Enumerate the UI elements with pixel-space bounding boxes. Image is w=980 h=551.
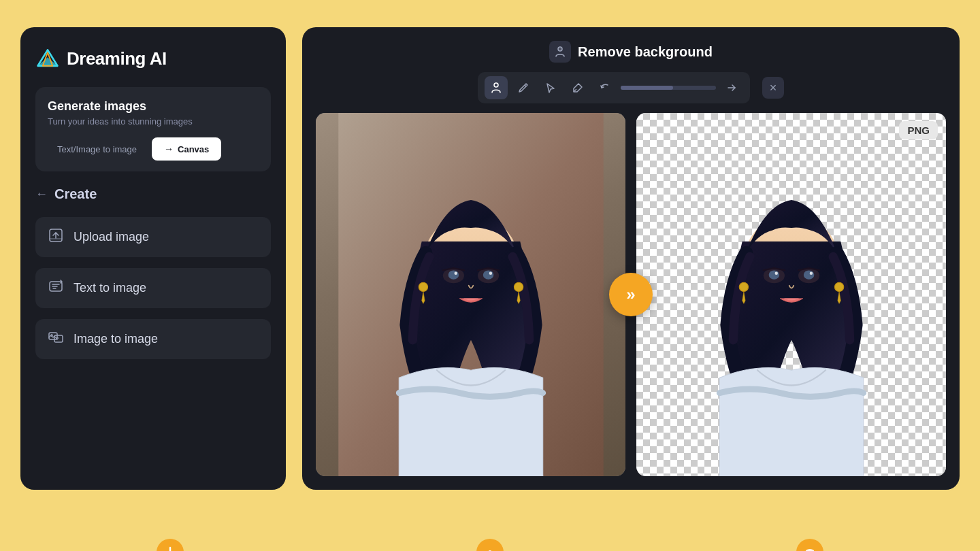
image-to-image-item[interactable]: Image to image: [35, 319, 271, 359]
step-2: [476, 539, 504, 551]
before-image: [316, 113, 625, 476]
create-row: ← Create: [35, 182, 271, 206]
text-to-image-label: Text to image: [74, 281, 146, 295]
text-to-image-icon: [48, 279, 64, 297]
step-3: [796, 539, 823, 551]
anime-girl-after-svg: [636, 113, 946, 476]
generate-title: Generate images: [48, 99, 259, 114]
svg-point-17: [448, 270, 459, 279]
slider-fill: [621, 86, 673, 90]
upload-image-label: Upload image: [74, 230, 149, 244]
text-image-button[interactable]: Text/Image to image: [48, 139, 146, 160]
png-badge: PNG: [899, 121, 938, 139]
toolbar-row: ×: [316, 72, 946, 103]
generate-buttons: Text/Image to image Canvas: [48, 137, 259, 161]
logo-row: Dreaming AI: [35, 46, 271, 71]
brush-size-slider[interactable]: [621, 86, 716, 90]
create-back-icon: ←: [35, 187, 48, 201]
anime-girl-before-svg: [316, 113, 625, 476]
canvas-button[interactable]: Canvas: [152, 137, 221, 161]
generate-subtitle: Turn your ideas into stunning images: [48, 116, 259, 127]
slider-track: [621, 86, 716, 90]
generate-card: Generate images Turn your ideas into stu…: [35, 87, 271, 171]
image-to-image-icon: [48, 330, 64, 348]
tool-undo-button[interactable]: [593, 76, 617, 99]
svg-point-20: [489, 272, 491, 275]
svg-point-10: [559, 48, 561, 50]
image-area: »: [316, 113, 946, 476]
tool-person-button[interactable]: [485, 76, 508, 99]
logo-icon: [35, 46, 60, 71]
after-image: PNG: [636, 113, 946, 476]
close-button[interactable]: ×: [762, 77, 784, 99]
left-panel: Dreaming AI Generate images Turn your id…: [20, 27, 286, 490]
step-1: [157, 539, 184, 551]
right-panel: Remove background: [302, 27, 960, 490]
svg-point-22: [514, 282, 523, 291]
tool-eraser-button[interactable]: [566, 76, 589, 99]
svg-rect-7: [54, 335, 63, 342]
svg-point-11: [494, 83, 498, 87]
svg-point-27: [768, 270, 779, 279]
text-to-image-item[interactable]: Text to image: [35, 268, 271, 308]
svg-point-18: [483, 270, 493, 279]
image-to-image-label: Image to image: [74, 332, 158, 346]
outer-container: Dreaming AI Generate images Turn your id…: [20, 27, 960, 524]
toolbar-icons: [478, 72, 750, 103]
svg-point-30: [809, 272, 812, 275]
transform-arrow: »: [609, 273, 653, 316]
svg-point-32: [834, 282, 843, 291]
title-section: Remove background: [316, 41, 946, 63]
tool-title-icon: [549, 41, 571, 63]
tool-apply-button[interactable]: [720, 76, 743, 99]
tool-pen-button[interactable]: [512, 76, 535, 99]
tool-cursor-button[interactable]: [539, 76, 562, 99]
create-label: Create: [54, 186, 97, 202]
svg-point-29: [774, 272, 777, 275]
upload-icon: [48, 228, 64, 246]
svg-point-21: [419, 282, 427, 291]
svg-point-28: [803, 270, 814, 279]
svg-point-19: [454, 272, 457, 275]
svg-point-31: [739, 282, 748, 291]
app-name: Dreaming AI: [67, 48, 167, 69]
upload-image-item[interactable]: Upload image: [35, 217, 271, 257]
step-indicators: [20, 539, 960, 551]
tool-title: Remove background: [578, 44, 713, 60]
